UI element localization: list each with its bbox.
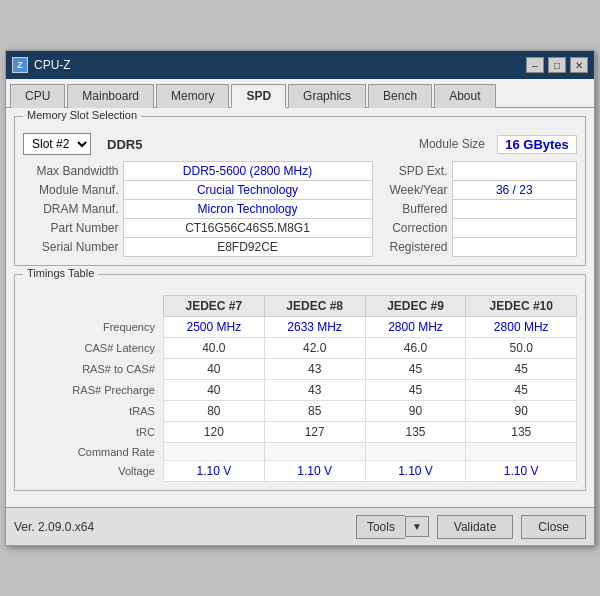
command-rate-row: Command Rate [23, 443, 577, 461]
cr-j10 [466, 443, 577, 461]
tab-memory[interactable]: Memory [156, 84, 229, 108]
timings-content: JEDEC #7 JEDEC #8 JEDEC #9 JEDEC #10 Fre… [15, 281, 585, 490]
cas-j7: 40.0 [163, 338, 264, 359]
part-number-value: CT16G56C46S5.M8G1 [123, 219, 372, 238]
registered-label: Registered [372, 238, 452, 257]
minimize-button[interactable]: – [526, 57, 544, 73]
dram-manuf-value: Micron Technology [123, 200, 372, 219]
rp-j9: 45 [365, 380, 466, 401]
table-row: DRAM Manuf. Micron Technology Buffered [23, 200, 577, 219]
table-row: Part Number CT16G56C46S5.M8G1 Correction [23, 219, 577, 238]
trc-j7: 120 [163, 422, 264, 443]
slot-selection-row: Slot #1 Slot #2 Slot #3 Slot #4 DDR5 Mod… [23, 133, 577, 155]
tab-bench[interactable]: Bench [368, 84, 432, 108]
tras-j10: 90 [466, 401, 577, 422]
main-content: Memory Slot Selection Slot #1 Slot #2 Sl… [6, 108, 594, 507]
tab-mainboard[interactable]: Mainboard [67, 84, 154, 108]
ddr-type-label: DDR5 [107, 137, 142, 152]
max-bandwidth-label: Max Bandwidth [23, 162, 123, 181]
trc-row: tRC 120 127 135 135 [23, 422, 577, 443]
spd-ext-value [452, 162, 577, 181]
jedec9-header: JEDEC #9 [365, 296, 466, 317]
voltage-row: Voltage 1.10 V 1.10 V 1.10 V 1.10 V [23, 461, 577, 482]
jedec8-header: JEDEC #8 [264, 296, 365, 317]
frequency-row: Frequency 2500 MHz 2633 MHz 2800 MHz 280… [23, 317, 577, 338]
module-size-value: 16 GBytes [497, 135, 577, 154]
titlebar: Z CPU-Z – □ ✕ [6, 51, 594, 79]
module-manuf-label: Module Manuf. [23, 181, 123, 200]
week-year-label: Week/Year [372, 181, 452, 200]
frequency-label: Frequency [23, 317, 163, 338]
memory-slot-content: Slot #1 Slot #2 Slot #3 Slot #4 DDR5 Mod… [15, 123, 585, 265]
freq-j7: 2500 MHz [163, 317, 264, 338]
tras-j7: 80 [163, 401, 264, 422]
volt-j10: 1.10 V [466, 461, 577, 482]
empty-header [23, 296, 163, 317]
trc-label: tRC [23, 422, 163, 443]
tools-wrapper: Tools ▼ [356, 515, 429, 539]
close-window-button[interactable]: ✕ [570, 57, 588, 73]
trc-j8: 127 [264, 422, 365, 443]
voltage-label: Voltage [23, 461, 163, 482]
jedec10-header: JEDEC #10 [466, 296, 577, 317]
slot-info-table: Max Bandwidth DDR5-5600 (2800 MHz) SPD E… [23, 161, 577, 257]
memory-slot-group: Memory Slot Selection Slot #1 Slot #2 Sl… [14, 116, 586, 266]
rp-j10: 45 [466, 380, 577, 401]
tools-button[interactable]: Tools [356, 515, 405, 539]
module-size-static-label: Module Size [419, 137, 485, 151]
buffered-label: Buffered [372, 200, 452, 219]
slot-select-wrapper: Slot #1 Slot #2 Slot #3 Slot #4 [23, 133, 91, 155]
slot-dropdown[interactable]: Slot #1 Slot #2 Slot #3 Slot #4 [23, 133, 91, 155]
trc-j9: 135 [365, 422, 466, 443]
cr-j7 [163, 443, 264, 461]
window-title: CPU-Z [34, 58, 71, 72]
timings-header-row: JEDEC #7 JEDEC #8 JEDEC #9 JEDEC #10 [23, 296, 577, 317]
rtc-j10: 45 [466, 359, 577, 380]
table-row: Module Manuf. Crucial Technology Week/Ye… [23, 181, 577, 200]
week-year-value: 36 / 23 [452, 181, 577, 200]
table-row: Max Bandwidth DDR5-5600 (2800 MHz) SPD E… [23, 162, 577, 181]
table-row: Serial Number E8FD92CE Registered [23, 238, 577, 257]
freq-j9: 2800 MHz [365, 317, 466, 338]
volt-j8: 1.10 V [264, 461, 365, 482]
titlebar-left: Z CPU-Z [12, 57, 71, 73]
serial-number-value: E8FD92CE [123, 238, 372, 257]
volt-j9: 1.10 V [365, 461, 466, 482]
tras-j9: 90 [365, 401, 466, 422]
titlebar-controls: – □ ✕ [526, 57, 588, 73]
cr-j8 [264, 443, 365, 461]
cr-j9 [365, 443, 466, 461]
freq-j10: 2800 MHz [466, 317, 577, 338]
ras-to-cas-row: RAS# to CAS# 40 43 45 45 [23, 359, 577, 380]
validate-button[interactable]: Validate [437, 515, 513, 539]
correction-label: Correction [372, 219, 452, 238]
rp-j7: 40 [163, 380, 264, 401]
rtc-j7: 40 [163, 359, 264, 380]
tras-j8: 85 [264, 401, 365, 422]
tabs-bar: CPU Mainboard Memory SPD Graphics Bench … [6, 79, 594, 108]
freq-j8: 2633 MHz [264, 317, 365, 338]
serial-number-label: Serial Number [23, 238, 123, 257]
main-window: Z CPU-Z – □ ✕ CPU Mainboard Memory SPD G… [5, 50, 595, 546]
tools-dropdown-arrow[interactable]: ▼ [405, 516, 429, 537]
ras-precharge-row: RAS# Precharge 40 43 45 45 [23, 380, 577, 401]
registered-value [452, 238, 577, 257]
close-button[interactable]: Close [521, 515, 586, 539]
max-bandwidth-value: DDR5-5600 (2800 MHz) [123, 162, 372, 181]
tab-cpu[interactable]: CPU [10, 84, 65, 108]
statusbar: Ver. 2.09.0.x64 Tools ▼ Validate Close [6, 507, 594, 545]
memory-slot-group-title: Memory Slot Selection [23, 109, 141, 121]
command-rate-label: Command Rate [23, 443, 163, 461]
volt-j7: 1.10 V [163, 461, 264, 482]
tab-about[interactable]: About [434, 84, 495, 108]
version-label: Ver. 2.09.0.x64 [14, 520, 134, 534]
tab-graphics[interactable]: Graphics [288, 84, 366, 108]
cas-j9: 46.0 [365, 338, 466, 359]
tab-spd[interactable]: SPD [231, 84, 286, 108]
rp-j8: 43 [264, 380, 365, 401]
module-manuf-value: Crucial Technology [123, 181, 372, 200]
cas-j8: 42.0 [264, 338, 365, 359]
timings-group: Timings Table JEDEC #7 JEDEC #8 JEDEC #9… [14, 274, 586, 491]
maximize-button[interactable]: □ [548, 57, 566, 73]
part-number-label: Part Number [23, 219, 123, 238]
